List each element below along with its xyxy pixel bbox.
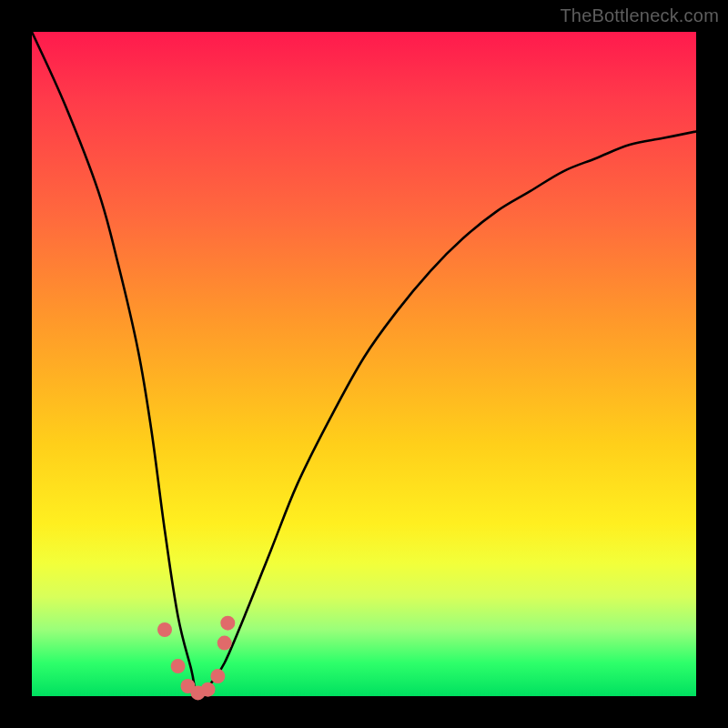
bottleneck-curve bbox=[32, 32, 696, 696]
plot-area bbox=[32, 32, 696, 696]
marker-dot bbox=[201, 682, 216, 697]
chart-frame: TheBottleneck.com bbox=[0, 0, 728, 728]
marker-dot bbox=[171, 659, 186, 673]
watermark-text: TheBottleneck.com bbox=[560, 5, 719, 26]
marker-dot bbox=[157, 622, 172, 637]
marker-dot bbox=[220, 616, 235, 631]
marker-dot bbox=[217, 636, 232, 651]
curve-layer bbox=[32, 32, 696, 696]
highlighted-points bbox=[157, 616, 235, 701]
marker-dot bbox=[210, 669, 225, 683]
